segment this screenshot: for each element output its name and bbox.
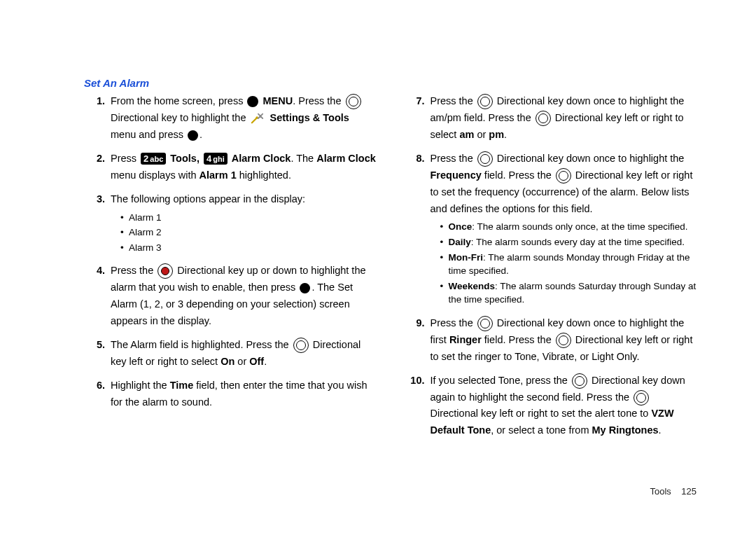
- list-item: Mon-Fri: The alarm sounds Monday through…: [440, 251, 697, 278]
- step-body: If you selected Tone, press the Directio…: [430, 373, 697, 440]
- settings-tools-label: Settings & Tools: [270, 112, 349, 123]
- text: Press the: [111, 265, 156, 276]
- list-item: Alarm 1: [120, 211, 377, 225]
- text: , or select a tone from: [491, 424, 592, 436]
- am-bold: am: [459, 129, 474, 140]
- step-4: 4. Press the Directional key up or down …: [84, 263, 377, 330]
- directional-key-red-icon: [158, 263, 173, 279]
- text: Directional key left or right to set the…: [430, 408, 652, 419]
- directional-key-icon: [634, 390, 649, 406]
- pm-bold: pm: [489, 129, 504, 140]
- text: From the home screen, press: [111, 95, 246, 106]
- center-key-icon: [247, 96, 258, 107]
- my-ringtones-bold: My Ringtones: [592, 424, 659, 436]
- text: menu and press: [111, 129, 186, 140]
- directional-key-icon: [536, 111, 551, 126]
- section-title: Set An Alarm: [84, 77, 696, 89]
- step-number: 7.: [404, 93, 430, 144]
- alarm-clock-bold: Alarm Clock: [316, 153, 376, 164]
- list-item: Weekends: The alarm sounds Saturday thro…: [440, 279, 697, 307]
- step-body: Press the Directional key down once to h…: [430, 151, 697, 308]
- manual-page: Set An Alarm 1. From the home screen, pr…: [84, 77, 696, 505]
- step-number: 8.: [404, 151, 430, 308]
- list-item: Alarm 3: [120, 241, 377, 255]
- step-number: 10.: [404, 373, 430, 440]
- step-number: 9.: [404, 315, 430, 366]
- bullet-list: Alarm 1 Alarm 2 Alarm 3: [111, 211, 377, 255]
- directional-key-icon: [346, 94, 361, 109]
- step-number: 5.: [84, 337, 111, 371]
- tools-label: Tools,: [170, 153, 202, 164]
- text: . Press the: [293, 95, 344, 106]
- step-6: 6. Highlight the Time field, then enter …: [84, 378, 377, 411]
- text: : The alarm sounds every day at the time…: [471, 237, 685, 247]
- step-body: The Alarm field is highlighted. Press th…: [111, 337, 377, 371]
- menu-label: MENU: [262, 95, 293, 106]
- right-column: 7. Press the Directional key down once t…: [404, 93, 697, 446]
- text: or: [234, 356, 249, 367]
- text: Directional key to highlight the: [111, 112, 248, 123]
- list-item: Once: The alarm sounds only once, at the…: [440, 220, 697, 234]
- step-body: Press the Directional key up or down to …: [111, 263, 377, 330]
- list-item: Daily: The alarm sounds every day at the…: [440, 235, 697, 249]
- key-2abc-icon: 2abc: [141, 153, 166, 165]
- page-footer: Tools 125: [650, 486, 696, 497]
- text: Directional key down once to highlight t…: [497, 153, 685, 164]
- once-label: Once: [449, 221, 472, 232]
- center-key-icon: [188, 130, 198, 141]
- footer-section: Tools: [650, 486, 671, 497]
- ringer-bold: Ringer: [449, 334, 482, 345]
- text: highlighted.: [237, 169, 291, 181]
- directional-key-icon: [572, 373, 587, 389]
- step-body: Press the Directional key down once to h…: [430, 315, 697, 366]
- text: : The alarm sounds Monday through Friday…: [449, 252, 690, 277]
- step-body: Press the Directional key down once to h…: [430, 93, 697, 144]
- text: Highlight the: [111, 380, 170, 391]
- step-8: 8. Press the Directional key down once t…: [404, 151, 697, 308]
- step-5: 5. The Alarm field is highlighted. Press…: [84, 337, 377, 371]
- step-number: 3.: [84, 191, 111, 256]
- text: or: [474, 129, 489, 140]
- list-item: Alarm 2: [120, 226, 377, 240]
- step-9: 9. Press the Directional key down once t…: [404, 315, 697, 366]
- step-number: 1.: [84, 93, 111, 144]
- weekends-label: Weekends: [449, 281, 496, 291]
- text: : The alarm sounds only once, at the tim…: [472, 221, 687, 232]
- text: .: [200, 129, 202, 140]
- text: menu displays with: [111, 169, 200, 181]
- two-column-layout: 1. From the home screen, press MENU. Pre…: [84, 93, 696, 446]
- text: If you selected Tone, press the: [430, 375, 570, 386]
- step-body: From the home screen, press MENU. Press …: [111, 93, 377, 144]
- alarm-clock-label: Alarm Clock: [232, 153, 291, 164]
- text: Press the: [430, 317, 476, 328]
- on-bold: On: [220, 356, 234, 367]
- text: Press the: [430, 95, 476, 106]
- directional-key-icon: [477, 316, 493, 331]
- directional-key-icon: [477, 94, 493, 109]
- step-body: The following options appear in the disp…: [111, 191, 377, 256]
- step-2: 2. Press 2abc Tools, 4ghi Alarm Clock. T…: [84, 151, 377, 184]
- directional-key-icon: [556, 333, 571, 348]
- step-number: 2.: [84, 151, 111, 184]
- step-number: 6.: [84, 378, 111, 411]
- left-column: 1. From the home screen, press MENU. Pre…: [84, 93, 377, 446]
- frequency-bold: Frequency: [430, 169, 482, 181]
- key-4ghi-icon: 4ghi: [204, 153, 227, 165]
- alarm1-bold: Alarm 1: [200, 169, 237, 181]
- text: Press: [111, 153, 139, 164]
- settings-tools-icon: [250, 112, 265, 125]
- directional-key-icon: [477, 151, 493, 167]
- text: Press the: [430, 153, 476, 164]
- text: The following options appear in the disp…: [111, 193, 305, 205]
- text: field. Press the: [482, 169, 554, 181]
- time-bold: Time: [170, 380, 194, 391]
- daily-label: Daily: [449, 237, 471, 247]
- directional-key-icon: [556, 168, 571, 184]
- text: .: [264, 356, 267, 367]
- bullet-list: Once: The alarm sounds only once, at the…: [430, 220, 697, 306]
- directional-key-icon: [293, 338, 309, 353]
- monfri-label: Mon-Fri: [449, 252, 484, 263]
- center-key-icon: [300, 283, 310, 293]
- step-body: Highlight the Time field, then enter the…: [111, 378, 377, 411]
- step-1: 1. From the home screen, press MENU. Pre…: [84, 93, 377, 144]
